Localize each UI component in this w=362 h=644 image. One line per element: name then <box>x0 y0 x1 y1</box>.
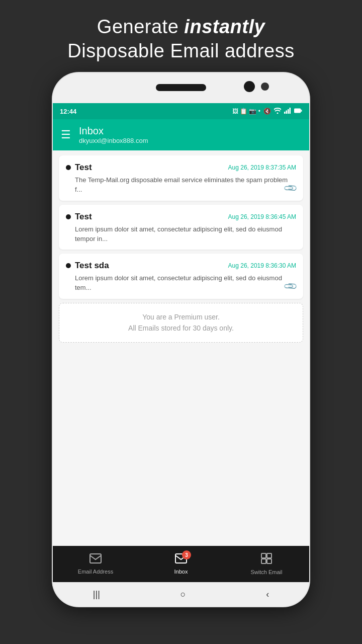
nav-item-email-address[interactable]: Email Address <box>53 553 138 575</box>
nav-icon-wrap-inbox: 3 <box>175 553 187 567</box>
home-button[interactable]: ○ <box>180 589 186 600</box>
phone-shell: 12:44 🖼 📋 📷 • 🔇 <box>53 73 309 606</box>
phone-camera <box>244 81 255 92</box>
bottom-nav: Email Address 3 Inbox <box>53 546 309 582</box>
email-preview-2: Lorem ipsum dolor sit amet, consectetur … <box>66 225 296 244</box>
email-sender-2: Test <box>75 212 92 222</box>
email-card-2[interactable]: Test Aug 26, 2019 8:36:45 AM Lorem ipsum… <box>59 205 303 250</box>
phone-top <box>53 73 309 103</box>
toolbar-subtitle: dkyuxxl@inbox888.com <box>79 137 148 144</box>
svg-rect-2 <box>288 109 289 114</box>
email-address-icon <box>89 553 102 566</box>
svg-rect-4 <box>294 109 301 113</box>
nav-item-inbox[interactable]: 3 Inbox <box>138 553 224 575</box>
status-icons: 🖼 📋 📷 • 🔇 <box>232 108 302 115</box>
email-date-2: Aug 26, 2019 8:36:45 AM <box>228 213 296 220</box>
system-nav: ||| ○ ‹ <box>53 582 309 606</box>
mute-icon: 🔇 <box>263 108 271 115</box>
svg-rect-8 <box>261 553 266 558</box>
svg-rect-0 <box>284 112 286 114</box>
premium-line2: All Emails stored for 30 days only. <box>128 324 234 332</box>
status-bar: 12:44 🖼 📋 📷 • 🔇 <box>53 103 309 119</box>
email-list: Test Aug 26, 2019 8:37:35 AM The Temp-Ma… <box>53 150 309 546</box>
nav-label-switch-email: Switch Email <box>251 569 283 575</box>
phone-camera2 <box>261 83 269 91</box>
premium-text: You are a Premium user. All Emails store… <box>67 311 295 334</box>
email-sender-3: Test sda <box>75 261 109 271</box>
toolbar-title-area: Inbox dkyuxxl@inbox888.com <box>79 125 148 144</box>
email-date-3: Aug 26, 2019 8:36:30 AM <box>228 262 296 269</box>
nav-label-inbox: Inbox <box>174 569 188 575</box>
email-sender-1: Test <box>75 163 92 173</box>
switch-email-icon <box>261 554 272 567</box>
unread-dot-2 <box>66 214 71 219</box>
email-card-1[interactable]: Test Aug 26, 2019 8:37:35 AM The Temp-Ma… <box>59 155 303 201</box>
svg-rect-1 <box>286 110 288 114</box>
email-sender-area-3: Test sda <box>66 261 109 271</box>
wifi-icon <box>274 108 281 115</box>
nav-icon-wrap-switch <box>261 553 272 567</box>
status-time: 12:44 <box>60 108 76 115</box>
unread-dot-1 <box>66 165 71 170</box>
svg-rect-9 <box>267 553 272 558</box>
svg-rect-5 <box>301 110 302 112</box>
nav-label-email-address: Email Address <box>78 569 113 575</box>
premium-notice: You are a Premium user. All Emails store… <box>59 303 303 343</box>
inbox-badge: 3 <box>182 550 191 559</box>
svg-rect-6 <box>90 554 101 563</box>
email-date-1: Aug 26, 2019 8:37:35 AM <box>228 164 296 171</box>
hamburger-icon[interactable]: ☰ <box>61 128 71 141</box>
svg-rect-3 <box>290 108 291 114</box>
email-card-3[interactable]: Test sda Aug 26, 2019 8:36:30 AM Lorem i… <box>59 254 303 299</box>
email-preview-3: Lorem ipsum dolor sit amet, consectetur … <box>66 274 296 293</box>
nav-item-switch-email[interactable]: Switch Email <box>224 553 309 575</box>
email-sender-area-2: Test <box>66 212 92 222</box>
headline-line1: Generate instantly <box>97 16 265 37</box>
email-preview-1: The Temp-Mail.org disposable email servi… <box>66 176 296 195</box>
svg-rect-10 <box>261 559 266 564</box>
email-header-3: Test sda Aug 26, 2019 8:36:30 AM <box>66 261 296 271</box>
premium-line1: You are a Premium user. <box>142 313 220 321</box>
headline: Generate instantly Disposable Email addr… <box>67 15 294 63</box>
email-sender-area-1: Test <box>66 163 92 173</box>
headline-line2: Disposable Email address <box>67 40 294 61</box>
email-header-2: Test Aug 26, 2019 8:36:45 AM <box>66 212 296 222</box>
email-header-1: Test Aug 26, 2019 8:37:35 AM <box>66 163 296 173</box>
recents-button[interactable]: ||| <box>93 589 100 600</box>
nav-icon-wrap-email <box>89 553 102 567</box>
notification-icons: 🖼 📋 📷 • <box>232 108 260 115</box>
back-button[interactable]: ‹ <box>266 589 269 600</box>
app-toolbar: ☰ Inbox dkyuxxl@inbox888.com <box>53 119 309 150</box>
battery-icon <box>294 108 302 115</box>
svg-rect-11 <box>267 559 272 564</box>
toolbar-title: Inbox <box>79 125 148 137</box>
unread-dot-3 <box>66 263 71 268</box>
signal-icon <box>284 108 291 115</box>
phone-speaker <box>156 84 206 91</box>
phone-screen: 12:44 🖼 📋 📷 • 🔇 <box>53 103 309 582</box>
